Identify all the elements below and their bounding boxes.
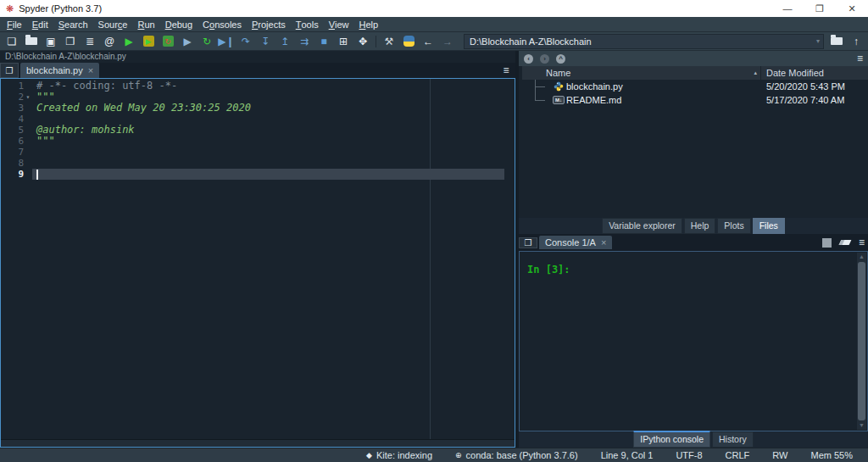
files-header-row: Name ▴ Date Modified (522, 66, 868, 80)
browse-tabs-button[interactable]: ❐ (0, 63, 19, 78)
code-line-8[interactable]: 8 (1, 158, 515, 169)
rerun-last-cell-button[interactable]: ↻ (200, 35, 214, 48)
restore-button[interactable]: ❐ (804, 0, 836, 17)
parent-directory-button[interactable]: ↑ (849, 35, 863, 48)
step-out-button[interactable]: ↥ (278, 35, 292, 48)
editor-options-menu-button[interactable]: ≡ (497, 63, 515, 78)
python-logo-icon (403, 36, 415, 47)
debug-file-button[interactable]: ▶❙ (220, 35, 233, 48)
tab-ipython-console[interactable]: IPython console (633, 431, 710, 448)
step-over-button[interactable]: ↷ (239, 35, 253, 48)
stop-debugging-button[interactable]: ■ (317, 35, 331, 48)
code-line-3[interactable]: 3Created on Wed May 20 23:30:25 2020 (1, 103, 515, 114)
menu-consoles[interactable]: Consoles (198, 17, 247, 31)
code-line-6[interactable]: 6""" (1, 136, 515, 147)
back-button[interactable]: ← (421, 35, 435, 48)
menu-run[interactable]: Run (132, 17, 159, 31)
working-directory-combo[interactable]: D:\Blockchain A-Z\Blockchain ▾ (464, 34, 824, 49)
editor-tab-bar: ❐ blockchain.py × ≡ (0, 63, 515, 78)
close-icon[interactable]: × (601, 237, 606, 248)
code-line-7[interactable]: 7 (1, 147, 515, 158)
file-switcher-button[interactable]: ≣ (83, 35, 97, 48)
preferences-button[interactable]: ⚒ (382, 35, 396, 48)
remove-variables-icon[interactable] (839, 240, 852, 245)
window-controls: — ❐ ✕ (771, 0, 868, 17)
run-file-button[interactable]: ▶ (122, 35, 136, 48)
step-into-button[interactable]: ↧ (259, 35, 272, 48)
scrollbar-thumb[interactable] (858, 262, 865, 420)
python-file-icon (554, 81, 564, 92)
scroll-down-icon[interactable]: ▼ (857, 421, 866, 430)
forward-button[interactable]: → (441, 35, 454, 48)
status-bar: ◆Kite: indexing⊕conda: base (Python 3.7.… (0, 448, 868, 462)
code-line-5[interactable]: 5@author: mohsink (1, 125, 515, 136)
line-text (32, 158, 36, 169)
menu-help[interactable]: Help (354, 17, 384, 31)
current-line-highlight (32, 169, 504, 180)
cursor-position: Line 9, Col 1 (601, 450, 654, 460)
console-actions: ≡ (822, 237, 865, 248)
tab-variable-explorer[interactable]: Variable explorer (602, 218, 682, 234)
code-editor[interactable]: 1# -*- coding: utf-8 -*-2▾"""3Created on… (0, 78, 515, 448)
run-cell-icon: ▶ (143, 36, 154, 47)
close-icon[interactable]: × (88, 65, 93, 75)
tab-console-1a[interactable]: Console 1/A × (539, 236, 612, 249)
new-file-button[interactable]: ❏ (5, 35, 19, 48)
menu-search[interactable]: Search (53, 17, 93, 31)
fold-marker-icon[interactable]: ▾ (24, 92, 32, 103)
tab-files[interactable]: Files (753, 218, 785, 234)
sort-ascending-icon: ▴ (754, 70, 757, 76)
tab-help[interactable]: Help (684, 218, 716, 234)
tab-blockchain-py[interactable]: blockchain.py × (20, 63, 99, 78)
line-text: """ (32, 136, 55, 147)
line-number: 4 (1, 114, 24, 125)
next-button[interactable]: › (540, 54, 549, 64)
file-row-blockchain.py[interactable]: blockchain.py5/20/2020 5:43 PM (522, 80, 868, 93)
console-options-menu-button[interactable]: ≡ (859, 237, 865, 248)
menu-debug[interactable]: Debug (160, 17, 198, 31)
python-path-manager-button[interactable] (402, 35, 415, 48)
column-header-name[interactable]: Name ▴ (522, 66, 761, 80)
menu-projects[interactable]: Projects (247, 17, 291, 31)
menu-edit[interactable]: Edit (27, 17, 53, 31)
console-tab-strip: IPython consoleHistory (519, 431, 868, 448)
save-file-button[interactable]: ▣ (44, 35, 58, 48)
line-number: 7 (1, 147, 24, 158)
maximize-pane-button[interactable]: ⊞ (337, 35, 350, 48)
interpreter-status: ⊕conda: base (Python 3.7.6) (455, 450, 578, 460)
tab-plots[interactable]: Plots (717, 218, 750, 234)
vertical-scrollbar[interactable]: ▲ ▼ (857, 253, 866, 430)
menu-view[interactable]: View (324, 17, 354, 31)
interrupt-kernel-icon[interactable] (822, 238, 832, 248)
parent-button[interactable]: ^ (556, 54, 565, 64)
menu-source[interactable]: Source (93, 17, 133, 31)
horizontal-scrollbar[interactable] (1, 439, 515, 447)
window-title: Spyder (Python 3.7) (19, 3, 102, 14)
browse-tabs-button[interactable]: ❐ (519, 237, 537, 248)
column-header-date-modified[interactable]: Date Modified (761, 66, 868, 80)
continue-execution-button[interactable]: ⇉ (298, 35, 311, 48)
close-button[interactable]: ✕ (836, 0, 868, 17)
find-symbols-button[interactable]: @ (103, 35, 116, 48)
console-tab-bar: ❐ Console 1/A × ≡ (519, 234, 868, 251)
code-line-9[interactable]: 9 (1, 169, 515, 180)
files-options-menu-button[interactable]: ≡ (857, 53, 863, 64)
minimize-button[interactable]: — (771, 0, 804, 17)
line-number: 5 (1, 125, 24, 136)
run-cell-advance-button[interactable]: ↻ (161, 35, 175, 48)
tab-history[interactable]: History (712, 431, 754, 448)
ipython-console[interactable]: In [3]: ▲ ▼ (519, 251, 868, 431)
main-area: D:\Blockchain A-Z\blockchain.py ❐ blockc… (0, 51, 868, 448)
run-selection-button[interactable]: ▶ (181, 35, 194, 48)
previous-button[interactable]: ‹ (524, 54, 533, 64)
fullscreen-button[interactable]: ✥ (356, 35, 370, 48)
open-file-button[interactable] (25, 35, 38, 48)
menu-file[interactable]: File (2, 17, 27, 31)
scroll-up-icon[interactable]: ▲ (857, 253, 866, 261)
run-cell-button[interactable]: ▶ (142, 35, 155, 48)
save-all-button[interactable]: ❐ (64, 35, 77, 48)
browse-directory-button[interactable] (830, 35, 843, 48)
menu-tools[interactable]: Tools (291, 17, 324, 31)
code-line-1[interactable]: 1# -*- coding: utf-8 -*- (1, 81, 515, 92)
file-row-README.md[interactable]: M↓README.md5/17/2020 7:40 AM (522, 93, 868, 107)
